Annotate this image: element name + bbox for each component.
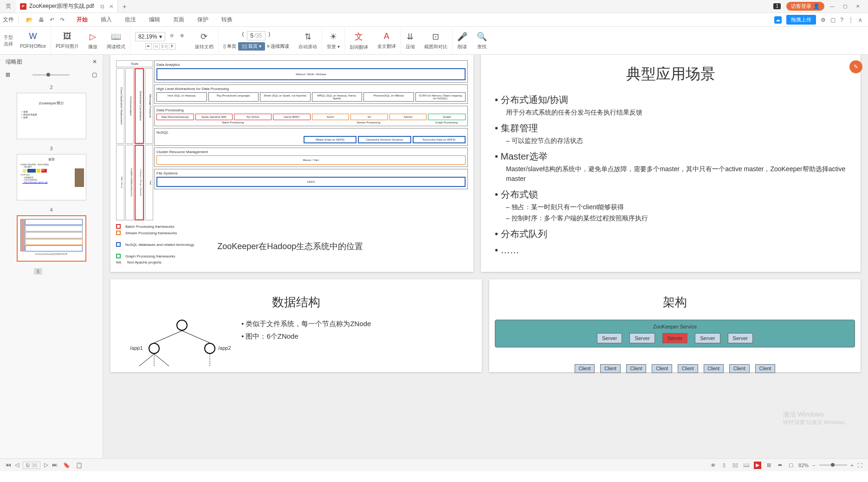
menu-edit[interactable]: 编辑 — [143, 16, 167, 24]
float-action-button[interactable]: ✎ — [849, 60, 862, 73]
pdf-office-button[interactable]: W PDF转Office — [15, 27, 51, 54]
background-button[interactable]: ☀ 背景 ▾ — [322, 27, 345, 54]
thumb-size-slider[interactable] — [32, 74, 70, 76]
thumbnail-3[interactable]: 背景 • 开源的大数据系统，类似于动物园 – 难以管理 TEZ • ZooKee… — [17, 154, 86, 200]
pdf-page-5: 典型应用场景 分布式通知/协调用于分布式系统的任务分发与任务执行结果反馈集群管理… — [481, 55, 861, 272]
home-tab[interactable]: 页 — [0, 0, 16, 13]
login-button[interactable]: 访客登录👤 — [786, 2, 824, 11]
view-slide-icon[interactable]: ▶ — [754, 462, 761, 469]
minimize-button[interactable]: — — [830, 4, 837, 9]
pdf-image-button[interactable]: 🖼 PDF转图片 — [51, 27, 84, 54]
titlebar: 页 P ZooKeeper原理与实战.pdf ⧉ ✕ + 1 访客登录👤 — ▢… — [0, 0, 868, 13]
view-book-icon[interactable]: 📖 — [743, 462, 750, 469]
content-area[interactable]: ✎ Tools Cloud Application Deployment Com… — [103, 55, 868, 458]
compress-button[interactable]: ⇊ 压缩 — [401, 27, 420, 54]
zoom-input[interactable]: 82.19%▾ — [135, 32, 165, 41]
expand-icon[interactable]: ∧ — [858, 17, 862, 23]
print-icon[interactable]: 🖶 — [39, 17, 44, 23]
double-page-button[interactable]: ▯▯ 双页 ▾ — [238, 42, 266, 51]
close-button[interactable]: ✕ — [856, 4, 863, 9]
undo-icon[interactable]: ↶ — [50, 17, 54, 23]
eye-icon[interactable]: 👁 — [709, 462, 717, 469]
thumb-grid-icon[interactable]: ⊞ — [6, 71, 10, 78]
thumbnail-panel: 缩略图 ✕ ⊞ ▢ 2 Zookeeper简介 • 背景 • 典型应用场景 • … — [0, 55, 103, 458]
help-icon[interactable]: ? — [840, 17, 843, 23]
menu-annotate[interactable]: 批注 — [118, 16, 143, 24]
upload-button[interactable]: 拖拽上传 — [786, 15, 816, 25]
thumbnail-4[interactable]: ZooKeeper在Hadoop生态系统中的位置 — [17, 215, 86, 262]
status-page-input[interactable]: 5/ 35 — [23, 462, 40, 469]
prev-page-icon[interactable]: ⟨ — [242, 31, 244, 40]
zoom-out-status-icon[interactable]: − — [812, 463, 815, 468]
find-button[interactable]: 🔍 查找 — [472, 27, 492, 54]
redo-icon[interactable]: ↷ — [60, 17, 65, 23]
menu-insert[interactable]: 插入 — [94, 16, 118, 24]
dict-trans-button[interactable]: 文 划词翻译 — [345, 27, 373, 54]
svg-line-2 — [139, 354, 154, 366]
first-page-icon[interactable]: ⏮ — [6, 462, 11, 469]
more-icon[interactable]: ⋮ — [848, 17, 854, 23]
statusbar: ⏮ ◁ 5/ 35 ▷ ⏭ 🔖 📋 👁 ▯ ▯▯ 📖 ▶ ⊞ ⬌ ▢ 82% −… — [0, 458, 868, 471]
next-page-icon-status[interactable]: ▷ — [44, 462, 48, 469]
actual-size-icon[interactable]: 1:1 — [161, 43, 168, 50]
add-tab-button[interactable]: + — [118, 3, 131, 10]
next-page-icon[interactable]: ⟩ — [268, 31, 271, 40]
fullscreen-icon[interactable]: ⛶ — [857, 463, 862, 468]
thumb-num-3: 3 — [4, 146, 99, 151]
zoom-out-icon[interactable]: ⊖ — [168, 32, 175, 39]
single-page-button[interactable]: ▯单页 — [223, 42, 236, 51]
page5-title: 典型应用场景 — [495, 64, 847, 84]
thumb-panel-title: 缩略图 — [6, 58, 22, 66]
menu-convert[interactable]: 转换 — [215, 16, 239, 24]
search-icon: 🔍 — [477, 32, 487, 42]
file-menu[interactable]: 文件 — [0, 16, 16, 24]
fit-page-icon[interactable]: ▭ — [153, 43, 160, 50]
close-panel-icon[interactable]: ✕ — [92, 58, 97, 65]
pdf-page-6: 数据结构 /app1 /app2 — [110, 279, 482, 372]
continuous-button[interactable]: ≡连续阅读 — [267, 42, 289, 51]
menu-start[interactable]: 开始 — [70, 16, 94, 24]
auto-scroll-button[interactable]: ⇅ 自动滚动 — [294, 27, 322, 54]
menu-protect[interactable]: 保护 — [191, 16, 215, 24]
rotate-button[interactable]: ⟳ 旋转文档 — [190, 27, 219, 54]
menu-page[interactable]: 页面 — [167, 16, 191, 24]
tab-close-icon[interactable]: ✕ — [109, 3, 114, 10]
view-grid-icon[interactable]: ⊞ — [765, 462, 772, 469]
skin-icon[interactable]: ▢ — [830, 17, 836, 23]
read-aloud-button[interactable]: 🎤 朗读 — [453, 27, 472, 54]
zoom-in-icon[interactable]: ⊕ — [178, 32, 186, 39]
word-icon: W — [29, 32, 37, 41]
play-button[interactable]: ▷ 播放 — [84, 27, 102, 54]
zoom-in-status-icon[interactable]: + — [851, 463, 854, 468]
fit-height-icon[interactable]: ⬍ — [169, 43, 175, 50]
page-input[interactable]: 5/35 — [247, 31, 265, 40]
view-page-icon[interactable]: ▢ — [787, 462, 795, 469]
thumb-large-icon[interactable]: ▢ — [92, 71, 97, 78]
last-page-icon[interactable]: ⏭ — [52, 462, 58, 469]
crop-button[interactable]: ⊡ 截图和对比 — [420, 27, 453, 54]
clipboard-icon[interactable]: 📋 — [76, 462, 83, 469]
full-trans-button[interactable]: A 全文翻译 — [373, 27, 401, 54]
menu-tabs: 开始 插入 批注 编辑 页面 保护 转换 — [70, 16, 239, 24]
menubar: 文件 📂 🖶 ↶ ↷ 开始 插入 批注 编辑 页面 保护 转换 ☁ 拖拽上传 ⚙… — [0, 13, 868, 27]
settings-icon[interactable]: ⚙ — [821, 17, 826, 23]
view-single-icon[interactable]: ▯ — [720, 462, 728, 469]
cloud-icon[interactable]: ☁ — [774, 16, 782, 24]
open-icon[interactable]: 📂 — [26, 17, 33, 23]
document-tab[interactable]: P ZooKeeper原理与实战.pdf ⧉ ✕ — [16, 0, 118, 13]
bookmark-icon[interactable]: 🔖 — [63, 462, 70, 469]
tab-restore-icon[interactable]: ⧉ — [100, 3, 104, 10]
thumbnail-2[interactable]: Zookeeper简介 • 背景 • 典型应用场景 • 架构 — [17, 93, 86, 139]
play-icon: ▷ — [90, 32, 96, 42]
thumb-num-2: 2 — [4, 84, 99, 90]
maximize-button[interactable]: ▢ — [843, 4, 850, 9]
fit-width-icon[interactable]: ⬌ — [145, 43, 152, 50]
zoom-level[interactable]: 82% — [798, 463, 809, 468]
view-fit-icon[interactable]: ⬌ — [776, 462, 784, 469]
notification-badge[interactable]: 1 — [773, 3, 781, 9]
zoom-slider[interactable] — [819, 464, 847, 466]
prev-page-icon-status[interactable]: ◁ — [15, 462, 19, 469]
view-double-icon[interactable]: ▯▯ — [732, 462, 739, 469]
read-mode-button[interactable]: 📖 阅读模式 — [102, 27, 130, 54]
pdf-page-7: 架构 ZooKeeper Service Server Server Serve… — [489, 279, 861, 372]
